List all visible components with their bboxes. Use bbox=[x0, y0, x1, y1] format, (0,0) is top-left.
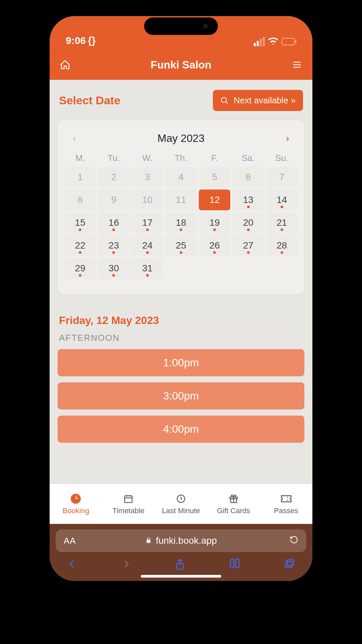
time-slot-button[interactable]: 3:00pm bbox=[58, 382, 304, 410]
share-button[interactable] bbox=[175, 558, 185, 572]
home-icon[interactable] bbox=[59, 59, 71, 71]
calendar-day[interactable]: 5 bbox=[199, 167, 230, 187]
calendar-day[interactable]: 18 bbox=[165, 212, 197, 233]
calendar-day[interactable]: 16 bbox=[98, 212, 129, 233]
tab-label: Passes bbox=[274, 506, 298, 515]
calendar-week-row: 293031 bbox=[64, 258, 298, 279]
availability-dot-icon bbox=[247, 228, 250, 231]
availability-dot-icon bbox=[213, 228, 216, 231]
tab-timetable[interactable]: Timetable bbox=[102, 493, 155, 515]
calendar-day[interactable]: 12 bbox=[199, 190, 230, 210]
phone-frame: 9:06 {} Funki Salon bbox=[44, 10, 318, 587]
calendar-month-label: May 2023 bbox=[158, 132, 205, 145]
safari-chrome: AA funki.book.app bbox=[50, 524, 312, 581]
prev-month-button[interactable] bbox=[68, 130, 81, 146]
select-date-heading: Select Date bbox=[59, 94, 120, 107]
availability-dot-icon bbox=[247, 251, 250, 254]
tab-last-minute[interactable]: Last Minute bbox=[155, 493, 207, 515]
afternoon-section-label: AFTERNOON bbox=[50, 333, 312, 349]
tab-label: Timetable bbox=[112, 506, 144, 515]
calendar-day[interactable]: 10 bbox=[132, 190, 163, 210]
safari-toolbar bbox=[56, 552, 306, 573]
clock-outline-icon bbox=[175, 493, 187, 504]
svg-rect-7 bbox=[125, 496, 132, 502]
back-button[interactable] bbox=[67, 558, 77, 572]
time-slot-button[interactable]: 1:00pm bbox=[58, 349, 304, 376]
availability-dot-icon bbox=[112, 251, 115, 254]
device-notch bbox=[144, 17, 218, 35]
tabs-button[interactable] bbox=[284, 558, 295, 572]
calendar-day[interactable]: 3 bbox=[132, 167, 163, 187]
calendar-day[interactable]: 17 bbox=[132, 212, 163, 233]
availability-dot-icon bbox=[146, 251, 149, 254]
calendar-day[interactable]: 1 bbox=[64, 167, 96, 187]
text-size-button[interactable]: AA bbox=[64, 536, 76, 546]
availability-dot-icon bbox=[112, 274, 115, 277]
book-icon bbox=[229, 558, 240, 570]
calendar-day[interactable]: 31 bbox=[132, 258, 163, 279]
calendar-day[interactable]: 27 bbox=[232, 235, 264, 256]
calendar-day[interactable]: 11 bbox=[165, 190, 197, 210]
share-icon bbox=[175, 558, 185, 570]
home-indicator[interactable] bbox=[141, 575, 221, 578]
calendar-header: May 2023 bbox=[64, 128, 298, 153]
next-month-button[interactable] bbox=[281, 130, 294, 146]
svg-rect-19 bbox=[286, 561, 292, 568]
svg-rect-0 bbox=[282, 38, 295, 45]
calendar-empty-cell bbox=[199, 258, 230, 279]
calendar-day[interactable]: 20 bbox=[232, 212, 264, 233]
weekday-label: W. bbox=[132, 153, 163, 163]
calendar-day[interactable]: 19 bbox=[199, 212, 230, 233]
availability-dot-icon bbox=[112, 228, 115, 231]
bookmarks-button[interactable] bbox=[229, 558, 240, 572]
weekday-label: Su. bbox=[266, 153, 298, 163]
calendar-day[interactable]: 24 bbox=[132, 235, 163, 256]
time-slot-button[interactable]: 4:00pm bbox=[58, 416, 304, 443]
calendar-day[interactable]: 15 bbox=[64, 212, 96, 233]
selected-date-heading: Friday, 12 May 2023 bbox=[50, 294, 312, 333]
availability-dot-icon bbox=[79, 274, 81, 277]
tab-gift-cards[interactable]: Gift Cards bbox=[207, 493, 260, 515]
availability-dot-icon bbox=[180, 251, 182, 254]
calendar-day[interactable]: 9 bbox=[98, 190, 129, 210]
tab-booking[interactable]: Booking bbox=[50, 493, 102, 515]
calendar-day[interactable]: 7 bbox=[266, 167, 298, 187]
gift-icon bbox=[228, 493, 239, 504]
calendar-card: May 2023 M. Tu. W. Th. F. Sa. Su. 123456… bbox=[58, 120, 304, 294]
cellular-signal-icon bbox=[254, 37, 265, 46]
calendar-day[interactable]: 14 bbox=[266, 190, 298, 210]
app-header: Funki Salon bbox=[50, 50, 312, 80]
calendar-empty-cell bbox=[232, 258, 264, 279]
calendar-day[interactable]: 21 bbox=[266, 212, 298, 233]
calendar-day[interactable]: 22 bbox=[64, 235, 96, 256]
status-indicators bbox=[254, 37, 296, 46]
calendar-day[interactable]: 4 bbox=[165, 167, 197, 187]
calendar-week-row: 891011121314 bbox=[64, 190, 298, 210]
calendar-day[interactable]: 30 bbox=[98, 258, 129, 279]
screen: 9:06 {} Funki Salon bbox=[50, 16, 312, 581]
weekday-label: Th. bbox=[165, 153, 197, 163]
url-text: funki.book.app bbox=[156, 535, 217, 546]
calendar-day[interactable]: 6 bbox=[232, 167, 264, 187]
hamburger-menu-icon[interactable] bbox=[291, 59, 303, 71]
tab-label: Last Minute bbox=[162, 506, 200, 515]
content-area[interactable]: Select Date Next available » May 2023 bbox=[50, 80, 312, 484]
calendar-day[interactable]: 8 bbox=[64, 190, 96, 210]
calendar-day[interactable]: 25 bbox=[165, 235, 197, 256]
calendar-day[interactable]: 28 bbox=[266, 235, 298, 256]
forward-button[interactable] bbox=[121, 558, 131, 572]
calendar-day[interactable]: 2 bbox=[98, 167, 129, 187]
weekday-label: F. bbox=[199, 153, 230, 163]
tabs-icon bbox=[284, 558, 295, 569]
url-bar[interactable]: AA funki.book.app bbox=[56, 529, 306, 552]
calendar-day[interactable]: 13 bbox=[232, 190, 264, 210]
reload-button[interactable] bbox=[290, 535, 298, 546]
chevron-left-icon bbox=[71, 136, 78, 142]
next-available-button[interactable]: Next available » bbox=[213, 90, 303, 111]
tab-passes[interactable]: Passes bbox=[260, 493, 312, 515]
calendar-day[interactable]: 29 bbox=[64, 258, 96, 279]
calendar-day[interactable]: 26 bbox=[199, 235, 230, 256]
calendar-day[interactable]: 23 bbox=[98, 235, 129, 256]
clock-icon bbox=[70, 493, 81, 504]
status-extra: {} bbox=[88, 35, 96, 46]
